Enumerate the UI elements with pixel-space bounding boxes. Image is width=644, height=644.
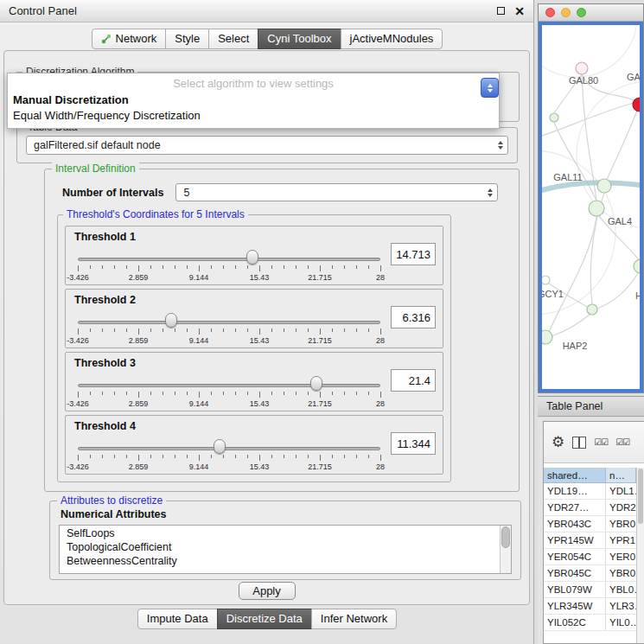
slider-thumb[interactable] xyxy=(310,376,322,391)
table-cell[interactable]: YBL079W xyxy=(544,582,606,597)
number-of-intervals-combobox[interactable]: 5 xyxy=(175,183,498,201)
slider-ticks xyxy=(78,265,380,272)
table-cell[interactable]: YDR2… xyxy=(606,500,636,515)
table-cell[interactable]: YBR043C xyxy=(544,516,606,532)
threshold-1-value-field[interactable]: 14.713 xyxy=(391,243,436,265)
tab-cyni-toolbox[interactable]: Cyni Toolbox xyxy=(258,29,341,49)
tab-discretize-data[interactable]: Discretize Data xyxy=(217,609,312,629)
close-icon[interactable]: ✕ xyxy=(514,5,525,17)
table-row[interactable]: YBR045CYBR0… xyxy=(544,565,636,582)
network-node[interactable] xyxy=(576,62,588,74)
scrollbar-thumb[interactable] xyxy=(638,469,643,524)
table-cell[interactable]: YBR0… xyxy=(606,516,636,532)
zoom-traffic-light[interactable] xyxy=(577,8,586,17)
network-node[interactable] xyxy=(633,98,641,112)
table-row[interactable]: YER054CYER0… xyxy=(544,549,636,565)
tab-select[interactable]: Select xyxy=(208,29,258,49)
table-cell[interactable]: YLR345W xyxy=(544,598,606,614)
tick-mark xyxy=(163,328,163,332)
tab-impute-data[interactable]: Impute Data xyxy=(137,609,218,629)
table-cell[interactable]: YPR145W xyxy=(544,532,606,548)
table-row[interactable]: YDR27…YDR2… xyxy=(544,500,636,516)
table-data-combobox[interactable]: galFiltered.sif default node xyxy=(26,136,508,155)
network-node[interactable] xyxy=(542,330,552,344)
float-window-icon[interactable] xyxy=(497,7,505,15)
network-node[interactable] xyxy=(542,276,550,284)
table-cell[interactable]: YPR1… xyxy=(606,532,636,548)
minimize-traffic-light[interactable] xyxy=(561,8,571,17)
table-cell[interactable]: YLR3… xyxy=(606,598,636,614)
threshold-4-value-field[interactable]: 11.344 xyxy=(391,432,436,455)
deselect-checkboxes-icon[interactable]: ☑☑ xyxy=(615,437,629,447)
threshold-3-slider[interactable]: -3.4262.8599.14415.4321.71528 xyxy=(78,373,380,410)
numerical-attributes-list[interactable]: SelfLoopsTopologicalCoefficientBetweenne… xyxy=(59,525,512,574)
slider-thumb[interactable] xyxy=(165,313,177,328)
algorithm-option-manual[interactable]: Manual Discretization xyxy=(8,92,499,108)
apply-button[interactable]: Apply xyxy=(239,582,296,600)
threshold-2-value-field[interactable]: 6.316 xyxy=(391,306,436,328)
tab-jactivemnodules[interactable]: jActiveMNodules xyxy=(341,29,443,49)
table-cell[interactable]: YBR0… xyxy=(606,565,636,581)
table-row[interactable]: YDL19…YDL1… xyxy=(544,483,636,500)
attributes-group: Attributes to discretize Numerical Attri… xyxy=(49,501,521,580)
list-item[interactable]: BetweennessCentrality xyxy=(60,554,500,568)
threshold-4-slider[interactable]: -3.4262.8599.14415.4321.71528 xyxy=(78,437,380,473)
table-cell[interactable]: YBL0… xyxy=(606,582,636,597)
tick-mark xyxy=(102,328,103,332)
list-item[interactable]: SelfLoops xyxy=(60,526,500,540)
slider-track[interactable] xyxy=(78,384,380,387)
table-cell[interactable]: YDL19… xyxy=(544,483,606,499)
tick-mark xyxy=(235,328,236,332)
list-scrollbar[interactable] xyxy=(500,526,511,573)
tick-mark xyxy=(211,455,212,458)
table-cell[interactable]: YDR27… xyxy=(544,500,606,515)
network-node[interactable] xyxy=(634,259,641,273)
table-cell[interactable]: YER054C xyxy=(544,549,606,564)
table-row[interactable]: YBR043CYBR0… xyxy=(544,516,636,532)
scrollbar-thumb[interactable] xyxy=(501,526,510,548)
slider-thumb[interactable] xyxy=(214,439,226,454)
column-header[interactable]: n… xyxy=(606,468,636,483)
tick-mark xyxy=(114,265,115,269)
table-row[interactable]: YPR145WYPR1… xyxy=(544,532,636,549)
tick-mark xyxy=(296,265,296,269)
threshold-1-slider[interactable]: -3.4262.8599.14415.4321.71528 xyxy=(78,247,380,284)
table-row[interactable]: YIL052CYIL0… xyxy=(544,615,636,631)
network-node[interactable] xyxy=(587,304,597,315)
tick-label: 9.144 xyxy=(189,399,209,408)
list-item[interactable]: TopologicalCoefficient xyxy=(60,540,500,554)
tick-mark xyxy=(271,265,272,269)
algorithm-option-equal-width[interactable]: Equal Width/Frequency Discretization xyxy=(8,108,499,124)
threshold-2-slider[interactable]: -3.4262.8599.14415.4321.71528 xyxy=(78,310,380,347)
tab-infer-network[interactable]: Infer Network xyxy=(311,609,397,629)
slider-thumb[interactable] xyxy=(246,250,258,265)
network-node[interactable] xyxy=(597,179,611,193)
close-traffic-light[interactable] xyxy=(545,8,555,17)
network-node[interactable] xyxy=(550,113,558,122)
table-cell[interactable]: YBR045C xyxy=(544,565,606,581)
network-canvas[interactable]: GAL80GAGAL11GAL4GCY1HAP2H xyxy=(539,22,643,392)
tick-mark xyxy=(102,265,103,269)
column-selector-icon[interactable] xyxy=(572,437,586,449)
table-row[interactable]: YBL079WYBL0… xyxy=(544,582,636,598)
table-cell[interactable]: YER0… xyxy=(606,549,636,564)
table-row[interactable]: YLR345WYLR3… xyxy=(544,598,636,615)
algorithm-combobox-stepper[interactable] xyxy=(481,78,499,98)
select-checkboxes-icon[interactable]: ☑☑ xyxy=(594,437,608,447)
slider-track[interactable] xyxy=(78,321,380,324)
column-header[interactable]: shared… xyxy=(544,468,606,483)
slider-track[interactable] xyxy=(78,447,380,450)
table-cell[interactable]: YIL052C xyxy=(544,615,606,630)
table-scrollbar[interactable] xyxy=(636,468,644,643)
tick-mark xyxy=(296,455,296,458)
threshold-label: Threshold 1 xyxy=(74,231,136,243)
tab-network[interactable]: Network xyxy=(92,29,167,49)
threshold-3-value-field[interactable]: 21.4 xyxy=(391,369,436,392)
table-cell[interactable]: YDL1… xyxy=(606,483,636,499)
tab-style[interactable]: Style xyxy=(165,29,209,49)
slider-track[interactable] xyxy=(78,258,380,261)
gear-icon[interactable]: ⚙ xyxy=(552,435,564,450)
tick-label: -3.426 xyxy=(67,336,89,345)
network-node[interactable] xyxy=(589,201,604,216)
table-cell[interactable]: YIL0… xyxy=(606,615,636,630)
